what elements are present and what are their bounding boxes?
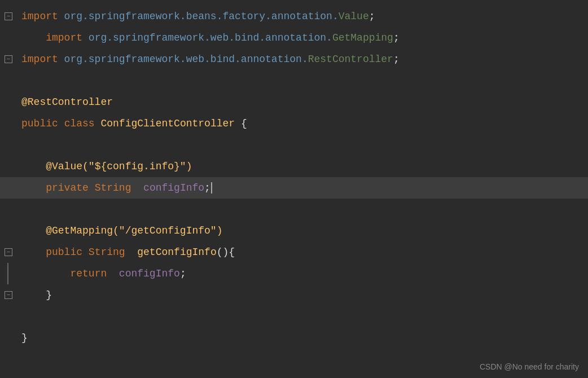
keyword-public-2: public bbox=[46, 247, 82, 258]
code-content-2: import org.springframework.web.bind.anno… bbox=[17, 27, 588, 49]
gutter-15 bbox=[0, 306, 17, 327]
text-cursor bbox=[211, 182, 212, 194]
code-content-13: return configInfo; bbox=[17, 263, 588, 284]
keyword-string-1: String bbox=[95, 182, 131, 194]
methodname-getconfiginfo: getConfigInfo bbox=[137, 247, 216, 258]
code-line-12: − public String getConfigInfo(){ bbox=[0, 241, 588, 263]
gutter-8 bbox=[0, 156, 17, 177]
code-line-14: − } bbox=[0, 284, 588, 306]
fold-icon-1[interactable]: − bbox=[5, 12, 12, 20]
close-brace-class: } bbox=[21, 332, 28, 344]
varname-configinfo-return: configInfo bbox=[119, 268, 180, 279]
semicolon-1: ; bbox=[369, 11, 375, 22]
gutter-11 bbox=[0, 220, 17, 241]
pkg-path-1: org.springframework.beans.factory.annota… bbox=[58, 11, 339, 22]
class-value-1: Value bbox=[339, 11, 369, 22]
close-brace-method: } bbox=[46, 289, 52, 301]
code-line-1: − import org.springframework.beans.facto… bbox=[0, 6, 588, 27]
code-content-4 bbox=[17, 70, 588, 91]
code-content-15 bbox=[17, 306, 588, 327]
code-line-13: return configInfo; bbox=[0, 263, 588, 284]
code-content-8: @Value("${config.info}") bbox=[17, 156, 588, 177]
code-line-10 bbox=[0, 199, 588, 220]
keyword-public-1: public bbox=[21, 118, 58, 129]
code-content-11: @GetMapping("/getConfigInfo") bbox=[17, 220, 588, 241]
gutter-5 bbox=[0, 91, 17, 113]
fold-icon-14[interactable]: − bbox=[5, 291, 12, 299]
keyword-import-2: import bbox=[46, 32, 82, 43]
gutter-16 bbox=[0, 327, 17, 349]
keyword-return: return bbox=[70, 268, 107, 279]
code-line-16: } bbox=[0, 327, 588, 349]
code-content-9: private String configInfo; bbox=[17, 177, 588, 199]
code-line-9: private String configInfo; bbox=[0, 177, 588, 199]
fold-icon-12[interactable]: − bbox=[5, 248, 12, 256]
gutter-1: − bbox=[0, 6, 17, 27]
code-line-11: @GetMapping("/getConfigInfo") bbox=[0, 220, 588, 241]
semicolon-3: ; bbox=[393, 54, 400, 65]
keyword-import-3: import bbox=[21, 54, 58, 65]
gutter-4 bbox=[0, 70, 17, 91]
gutter-6 bbox=[0, 113, 17, 134]
annotation-restcontroller: @RestController bbox=[21, 96, 113, 108]
method-braces: (){ bbox=[217, 247, 235, 258]
class-restcontroller: RestController bbox=[308, 54, 393, 65]
code-content-12: public String getConfigInfo(){ bbox=[17, 241, 588, 263]
varname-configinfo: configInfo bbox=[143, 182, 204, 194]
gutter-13 bbox=[0, 263, 17, 284]
code-editor: − import org.springframework.beans.facto… bbox=[0, 0, 588, 378]
class-getmapping: GetMapping bbox=[332, 32, 393, 43]
gutter-10 bbox=[0, 199, 17, 220]
code-content-3: import org.springframework.web.bind.anno… bbox=[17, 49, 588, 70]
open-brace-1: { bbox=[241, 118, 247, 129]
semicolon-13: ; bbox=[180, 268, 186, 279]
gutter-12: − bbox=[0, 241, 17, 263]
keyword-import-1: import bbox=[21, 11, 58, 22]
gutter-2 bbox=[0, 27, 17, 49]
semicolon-2: ; bbox=[393, 32, 400, 43]
code-line-5: @RestController bbox=[0, 91, 588, 113]
annotation-getmapping: @GetMapping("/getConfigInfo") bbox=[46, 225, 222, 236]
semicolon-9: ; bbox=[204, 182, 210, 194]
code-content-6: public class ConfigClientController { bbox=[17, 113, 588, 134]
code-line-15 bbox=[0, 306, 588, 327]
keyword-string-2: String bbox=[89, 247, 125, 258]
keyword-class: class bbox=[64, 118, 95, 129]
code-line-7 bbox=[0, 134, 588, 156]
code-content-1: import org.springframework.beans.factory… bbox=[17, 6, 588, 27]
code-content-14: } bbox=[17, 284, 588, 306]
classname-configclientcontroller: ConfigClientController bbox=[100, 118, 235, 129]
keyword-private: private bbox=[46, 182, 89, 194]
gutter-7 bbox=[0, 134, 17, 156]
gutter-9 bbox=[0, 177, 17, 199]
code-content-5: @RestController bbox=[17, 91, 588, 113]
code-line-8: @Value("${config.info}") bbox=[0, 156, 588, 177]
fold-icon-3[interactable]: − bbox=[5, 55, 12, 63]
code-content-16: } bbox=[17, 327, 588, 349]
watermark: CSDN @No need for charity bbox=[480, 362, 579, 371]
annotation-value: @Value("${config.info}") bbox=[46, 161, 192, 172]
code-line-6: public class ConfigClientController { bbox=[0, 113, 588, 134]
code-content-7 bbox=[17, 134, 588, 156]
pkg-path-2: org.springframework.web.bind.annotation. bbox=[82, 32, 332, 43]
gutter-14: − bbox=[0, 284, 17, 306]
code-line-3: − import org.springframework.web.bind.an… bbox=[0, 49, 588, 70]
pkg-path-3: org.springframework.web.bind.annotation. bbox=[58, 54, 308, 65]
code-line-2: import org.springframework.web.bind.anno… bbox=[0, 27, 588, 49]
gutter-3: − bbox=[0, 49, 17, 70]
code-content-10 bbox=[17, 199, 588, 220]
code-block-line-13 bbox=[7, 263, 10, 284]
code-line-4 bbox=[0, 70, 588, 91]
